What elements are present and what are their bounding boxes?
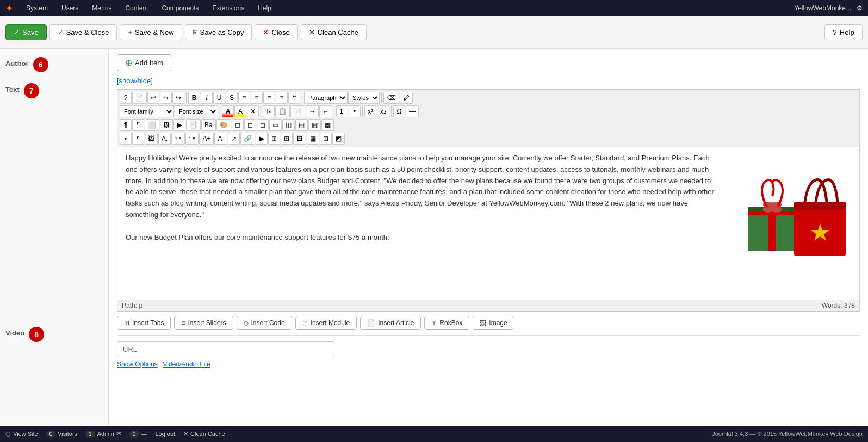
tb-superscript2-btn[interactable]: A+ <box>199 133 214 145</box>
tb-underline-btn[interactable]: U <box>213 92 225 104</box>
tb-snippet-btn5[interactable]: ◫ <box>282 119 295 131</box>
tb-img2-btn[interactable]: 🖼 <box>145 133 158 145</box>
clean-cache-button[interactable]: ✕ Clean Cache <box>301 24 367 40</box>
tb-outdent-btn[interactable]: ← <box>319 105 332 117</box>
save-button[interactable]: ✓ Save <box>5 24 47 40</box>
tb-num2-btn[interactable]: 1.5 <box>185 133 199 145</box>
close-button[interactable]: ✕ Close <box>255 24 297 40</box>
tb-template-btn[interactable]: 📑 <box>186 119 201 131</box>
tb-extra-btn[interactable]: ◩ <box>332 133 345 145</box>
tb-snippet-btn1[interactable]: ◻ <box>232 119 244 131</box>
tb-bold-btn[interactable]: B <box>188 92 200 104</box>
tb-sep8 <box>391 106 392 117</box>
tb-link-btn[interactable]: 🔗 <box>240 133 255 145</box>
tb-hr-btn[interactable]: — <box>406 105 419 117</box>
tb-blockquote-btn[interactable]: ❝ <box>288 92 300 104</box>
tb-align-center-btn[interactable]: ≡ <box>251 92 263 104</box>
tb-font-family-select[interactable]: Font family <box>120 105 174 117</box>
tb-indent-btn[interactable]: → <box>306 105 319 117</box>
tb-table-btn[interactable]: ⊞ <box>268 133 280 145</box>
username[interactable]: YellowWebMonke... <box>794 4 851 12</box>
show-hide-link[interactable]: [show/hide] <box>117 77 860 85</box>
tb-num-btn[interactable]: 1.5 <box>171 133 185 145</box>
tb-align-left-btn[interactable]: ≡ <box>238 92 250 104</box>
tb-select-all-btn[interactable]: ⬜ <box>145 119 159 131</box>
tb-snippet-btn7[interactable]: ▦ <box>308 119 321 131</box>
tb-align-justify-btn[interactable]: ≡ <box>276 92 288 104</box>
tb-color-picker-btn[interactable]: 🎨 <box>216 119 231 131</box>
tb-undo-btn[interactable]: ↩ <box>147 92 159 104</box>
tb-paragraph-btn[interactable]: ¶ <box>132 119 144 131</box>
tb-source-btn[interactable]: ✦ <box>120 133 132 145</box>
tb-strike-btn[interactable]: S <box>226 92 238 104</box>
tb-align-right-btn[interactable]: ≡ <box>263 92 275 104</box>
tb-media2-btn[interactable]: ▶ <box>256 133 268 145</box>
insert-sliders-button[interactable]: ≡ Insert Sliders <box>174 316 233 330</box>
tb-new-doc-btn[interactable]: 📄 <box>132 92 147 104</box>
clean-cache-bottom-link[interactable]: Clean Cache <box>190 431 225 437</box>
tb-superscript-btn[interactable]: x² <box>364 105 376 117</box>
insert-code-button[interactable]: ◇ Insert Code <box>237 316 292 330</box>
tb-redo2-btn[interactable]: ↪ <box>172 92 184 104</box>
tb-redo-btn[interactable]: ↪ <box>160 92 172 104</box>
tb-snippet-btn4[interactable]: ▭ <box>269 119 282 131</box>
tb-gallery-btn[interactable]: ▦ <box>307 133 319 145</box>
tb-ext-btn[interactable]: ↗ <box>228 133 240 145</box>
rokbox-button[interactable]: ⊞ RokBox <box>424 316 469 330</box>
tb-code-btn[interactable]: ¶ <box>132 133 144 145</box>
tb-paste-btn[interactable]: 📋 <box>275 105 290 117</box>
tb-module-btn[interactable]: ⊡ <box>320 133 332 145</box>
tb-paste-text-btn[interactable]: 📄 <box>290 105 305 117</box>
tb-special-char-btn[interactable]: Ω <box>393 105 405 117</box>
tb-snippet-btn8[interactable]: ▩ <box>321 119 334 131</box>
insert-tabs-button[interactable]: ⊞ Insert Tabs <box>117 316 171 330</box>
gear-icon[interactable]: ⚙ <box>857 4 863 12</box>
tb-img3-btn[interactable]: 🖼 <box>293 133 306 145</box>
tb-table2-btn[interactable]: ⊞ <box>281 133 293 145</box>
tb-pilcrow-btn[interactable]: ¶ <box>120 119 132 131</box>
video-url-input[interactable] <box>117 341 334 357</box>
help-button[interactable]: ? Help <box>824 24 863 40</box>
nav-system[interactable]: System <box>21 2 53 14</box>
tb-help-btn[interactable]: ? <box>120 92 132 104</box>
tb-italic-btn[interactable]: I <box>201 92 213 104</box>
tb-paragraph-select[interactable]: Paragraph <box>304 92 348 104</box>
tb-subscript-btn[interactable]: x₂ <box>377 105 389 117</box>
video-audio-file-link[interactable]: Video/Audio File <box>163 360 210 368</box>
editor-body[interactable]: Happy Holidays! We're pretty excited to … <box>117 147 859 300</box>
nav-menus[interactable]: Menus <box>86 2 117 14</box>
tb-remove-format-btn[interactable]: ✕ <box>247 105 259 117</box>
tb-snippet-btn2[interactable]: ◻ <box>244 119 256 131</box>
logout-link[interactable]: Log out <box>155 431 175 437</box>
image-button[interactable]: 🖼 Image <box>473 316 514 330</box>
tb-snippet-btn6[interactable]: ▤ <box>295 119 308 131</box>
tb-media-btn[interactable]: ▶ <box>173 119 185 131</box>
save-new-button[interactable]: + Save & New <box>120 24 182 40</box>
save-copy-button[interactable]: ⎘ Save as Copy <box>185 24 252 40</box>
tb-styles-select[interactable]: Styles <box>348 92 380 104</box>
tb-copy-btn[interactable]: ⎘ <box>263 105 275 117</box>
nav-extensions[interactable]: Extensions <box>207 2 250 14</box>
add-item-button[interactable]: ⊕ Add Item <box>117 54 171 71</box>
tb-subscript2-btn[interactable]: A- <box>214 133 227 145</box>
tb-snippet-btn3[interactable]: ◻ <box>257 119 269 131</box>
insert-article-button[interactable]: 📄 Insert Article <box>360 316 421 330</box>
nav-help[interactable]: Help <box>252 2 277 14</box>
tb-format-btn[interactable]: 🖊 <box>400 92 413 104</box>
tb-findreplace-btn[interactable]: A. <box>158 133 171 145</box>
tb-highlight-btn[interactable]: A <box>234 105 246 117</box>
nav-users[interactable]: Users <box>56 2 84 14</box>
tb-ordered-list-btn[interactable]: 1. <box>336 105 348 117</box>
tb-font-size-select[interactable]: Font size <box>175 105 218 117</box>
tb-unordered-list-btn[interactable]: • <box>349 105 361 117</box>
tb-eraser-btn[interactable]: ⌫ <box>383 92 399 104</box>
tb-img-btn[interactable]: 🖼 <box>160 119 173 131</box>
nav-components[interactable]: Components <box>156 2 204 14</box>
tb-anchor-btn[interactable]: Ba <box>201 119 216 131</box>
nav-content[interactable]: Content <box>120 2 153 14</box>
tb-font-color-btn[interactable]: A <box>222 105 234 117</box>
show-options-link[interactable]: Show Options <box>117 360 158 368</box>
insert-module-button[interactable]: ⊡ Insert Module <box>295 316 357 330</box>
view-site-link[interactable]: View Site <box>13 431 38 437</box>
save-close-button[interactable]: ✓ Save & Close <box>49 24 117 40</box>
